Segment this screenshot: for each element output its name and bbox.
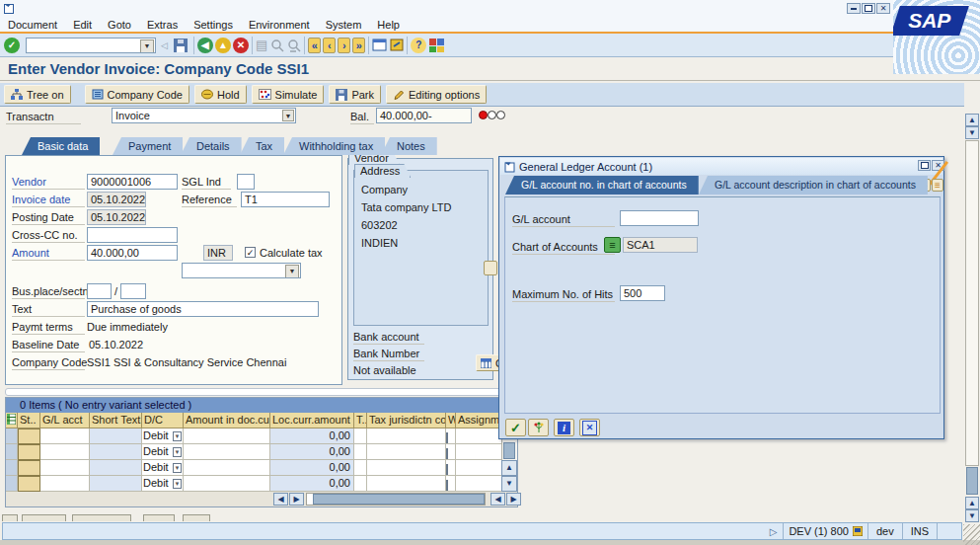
dc-dropdown-icon[interactable]: ▼ bbox=[173, 463, 182, 473]
sgl-ind-input[interactable] bbox=[237, 174, 255, 190]
clipped-button[interactable] bbox=[72, 514, 131, 521]
gl-acct-cell[interactable] bbox=[40, 428, 90, 444]
exit-button[interactable]: ▲ bbox=[215, 38, 231, 53]
dialog-minimize-button[interactable] bbox=[918, 160, 931, 171]
menu-settings[interactable]: Settings bbox=[193, 19, 233, 31]
gl-acct-cell[interactable] bbox=[40, 476, 90, 492]
create-shortcut-icon[interactable] bbox=[390, 39, 404, 51]
reference-input[interactable]: T1 bbox=[241, 192, 330, 207]
cross-cc-input[interactable] bbox=[87, 227, 178, 243]
dc-cell[interactable]: Debit▼ bbox=[142, 476, 184, 492]
table-hscroll-thumb[interactable] bbox=[313, 494, 485, 505]
amount-input[interactable]: 40.000,00 bbox=[87, 245, 178, 261]
dialog-continue-button[interactable]: ✓ bbox=[505, 419, 526, 436]
clipped-button[interactable] bbox=[22, 514, 66, 521]
tree-on-button[interactable]: Tree on bbox=[4, 85, 71, 104]
col-loc-amount[interactable]: Loc.curr.amount bbox=[270, 413, 354, 428]
t-cell[interactable] bbox=[354, 444, 367, 460]
main-vscroll-thumb[interactable] bbox=[966, 467, 978, 495]
company-code-button[interactable]: Company Code bbox=[85, 85, 189, 104]
status-expand-icon[interactable]: ▷ bbox=[770, 526, 778, 537]
text-input[interactable]: Purchase of goods bbox=[87, 301, 319, 317]
amount-doc-cell[interactable] bbox=[184, 476, 270, 492]
assignment-cell[interactable] bbox=[456, 444, 502, 460]
currency-field[interactable]: INR bbox=[203, 245, 233, 261]
table-vscroll-down-button[interactable]: ▼ bbox=[501, 476, 517, 492]
loc-amount-cell[interactable]: 0,00 bbox=[270, 476, 354, 492]
menu-help[interactable]: Help bbox=[377, 19, 400, 31]
tab-tax[interactable]: Tax bbox=[240, 137, 284, 155]
tax-juris-cell[interactable] bbox=[367, 444, 446, 460]
max-hits-input[interactable]: 500 bbox=[620, 285, 665, 301]
st-cell[interactable] bbox=[18, 428, 40, 444]
dc-cell[interactable]: Debit▼ bbox=[142, 460, 184, 476]
t-cell[interactable] bbox=[354, 460, 367, 476]
dc-dropdown-icon[interactable]: ▼ bbox=[173, 447, 182, 457]
save-button[interactable] bbox=[174, 39, 188, 52]
status-system-icon[interactable] bbox=[853, 526, 863, 536]
bus-sectn-input[interactable] bbox=[120, 283, 146, 299]
editing-options-button[interactable]: Editing options bbox=[386, 85, 487, 104]
col-t[interactable]: T.. bbox=[354, 413, 367, 428]
restore-button[interactable] bbox=[862, 3, 875, 14]
w-checkbox[interactable] bbox=[446, 432, 448, 444]
tax-juris-cell[interactable] bbox=[367, 428, 446, 444]
w-checkbox[interactable] bbox=[446, 448, 448, 460]
amount-doc-cell[interactable] bbox=[184, 428, 270, 444]
dialog-info-button[interactable]: i bbox=[554, 419, 574, 436]
enter-button[interactable]: ✓ bbox=[4, 38, 20, 53]
table-vscroll-up-button[interactable]: ▲ bbox=[501, 460, 517, 476]
chart-of-accounts-list-button[interactable]: ≡ bbox=[604, 237, 621, 253]
table-hscroll-left-button[interactable]: ◀ bbox=[273, 493, 288, 506]
menu-document[interactable]: Document bbox=[8, 19, 57, 31]
dialog-tab-list-button[interactable]: ≡ bbox=[932, 179, 943, 192]
col-amount-doc[interactable]: Amount in doc.curr. bbox=[184, 413, 270, 428]
clipped-button[interactable] bbox=[183, 514, 210, 521]
select-all-cell[interactable] bbox=[6, 413, 18, 428]
w-cell[interactable] bbox=[446, 428, 456, 444]
short-text-cell[interactable] bbox=[90, 460, 142, 476]
layout-menu-icon[interactable] bbox=[429, 39, 444, 52]
dc-dropdown-icon[interactable]: ▼ bbox=[173, 431, 182, 441]
cancel-button[interactable]: ✕ bbox=[233, 38, 249, 53]
menu-goto[interactable]: Goto bbox=[108, 19, 131, 31]
dialog-cancel-button[interactable]: ✕ bbox=[579, 419, 600, 436]
dialog-tab-gl-description[interactable]: G/L account description in chart of acco… bbox=[699, 176, 928, 195]
loc-amount-cell[interactable]: 0,00 bbox=[270, 460, 354, 476]
col-assignment[interactable]: Assignmen bbox=[456, 413, 502, 428]
back-button[interactable]: ◀ bbox=[197, 38, 213, 53]
address-detail-button[interactable] bbox=[484, 261, 497, 275]
minimize-button[interactable] bbox=[847, 3, 861, 14]
main-vscroll-track[interactable] bbox=[965, 140, 979, 466]
st-cell[interactable] bbox=[18, 460, 40, 476]
st-cell[interactable] bbox=[18, 476, 40, 492]
status-system-cell[interactable]: DEV (1) 800 bbox=[783, 523, 867, 539]
tab-details[interactable]: Details bbox=[181, 137, 242, 155]
row-selector[interactable] bbox=[6, 444, 18, 460]
main-vscroll-up3-button[interactable]: ▲ bbox=[965, 497, 979, 509]
menu-environment[interactable]: Environment bbox=[249, 19, 310, 31]
posting-date-input[interactable]: 05.10.2022 bbox=[87, 209, 146, 225]
collapse-icon[interactable]: ◁ bbox=[161, 40, 168, 50]
main-vscroll-down-button[interactable]: ▼ bbox=[965, 509, 979, 522]
multiple-selection-button[interactable] bbox=[528, 419, 549, 436]
table-hscroll-right-button2[interactable]: ▶ bbox=[506, 493, 521, 506]
menu-edit[interactable]: Edit bbox=[73, 19, 92, 31]
transactn-dropdown-icon[interactable]: ▼ bbox=[282, 110, 294, 121]
col-tax-juris[interactable]: Tax jurisdictn code bbox=[367, 413, 446, 428]
dc-cell[interactable]: Debit▼ bbox=[142, 444, 184, 460]
gl-acct-cell[interactable] bbox=[40, 444, 90, 460]
dialog-tab-gl-number[interactable]: G/L account no. in chart of accounts bbox=[505, 176, 699, 195]
short-text-cell[interactable] bbox=[90, 444, 142, 460]
col-dc[interactable]: D/C bbox=[142, 413, 184, 428]
tax-juris-cell[interactable] bbox=[367, 460, 446, 476]
dialog-titlebar[interactable]: General Ledger Account (1) bbox=[500, 158, 942, 175]
transactn-select[interactable]: Invoice bbox=[112, 108, 296, 123]
tax-code-dropdown-icon[interactable]: ▼ bbox=[285, 265, 299, 278]
first-page-button[interactable]: « bbox=[308, 38, 321, 53]
tab-withholding-tax[interactable]: Withholding tax bbox=[283, 137, 385, 155]
calculate-tax-checkbox[interactable]: ✓ bbox=[245, 247, 256, 258]
new-session-icon[interactable] bbox=[372, 39, 387, 51]
last-page-button[interactable]: » bbox=[352, 38, 365, 53]
menu-system[interactable]: System bbox=[326, 19, 362, 31]
